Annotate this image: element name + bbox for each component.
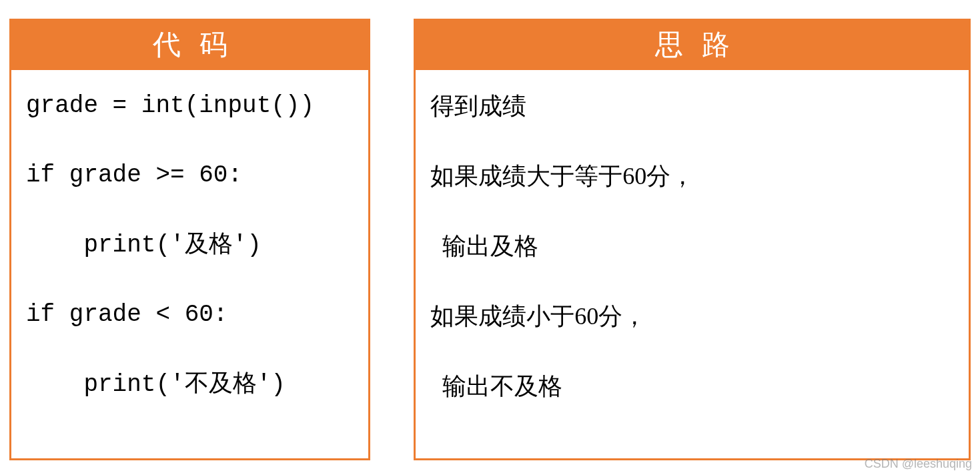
idea-text: 得到成绩 如果成绩大于等于60分， 输出及格 如果成绩小于60分， 输出不及格 [416, 70, 969, 458]
code-panel-title: 代码 [11, 21, 368, 70]
watermark-text: CSDN @leeshuqing [865, 457, 972, 471]
code-panel: 代码 grade = int(input()) if grade >= 60: … [9, 19, 370, 460]
two-panel-layout: 代码 grade = int(input()) if grade >= 60: … [0, 0, 980, 460]
idea-panel-title: 思路 [416, 21, 969, 70]
idea-panel: 思路 得到成绩 如果成绩大于等于60分， 输出及格 如果成绩小于60分， 输出不… [414, 19, 971, 460]
code-block: grade = int(input()) if grade >= 60: pri… [11, 70, 368, 458]
